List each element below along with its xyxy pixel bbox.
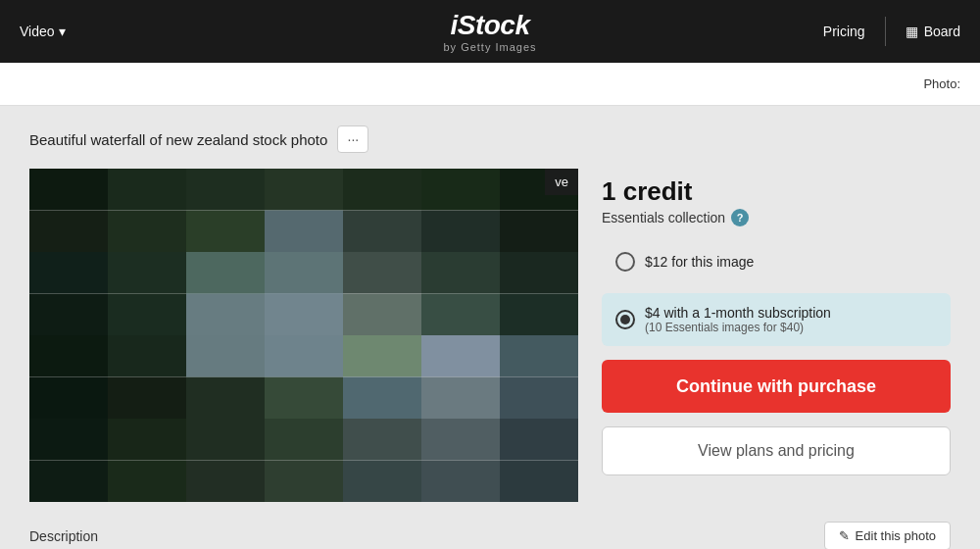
header-right: Pricing ▦ Board: [823, 17, 960, 46]
purchase-options: $12 for this image $4 with a 1-month sub…: [602, 240, 951, 346]
photo-canvas: [29, 169, 578, 502]
logo-istock[interactable]: iStock: [450, 10, 529, 40]
continue-purchase-button[interactable]: Continue with purchase: [602, 360, 951, 413]
option-single-image[interactable]: $12 for this image: [602, 240, 951, 283]
option-subscription[interactable]: $4 with a 1-month subscription (10 Essen…: [602, 293, 951, 346]
sub-header: Photo:: [0, 63, 980, 106]
logo-getty: by Getty Images: [443, 41, 536, 53]
collection-label: Essentials collection: [602, 210, 725, 225]
radio-inner: [620, 315, 630, 324]
header-left: Video ▾: [20, 24, 66, 39]
board-label: Board: [924, 24, 960, 39]
edit-photo-button[interactable]: ✎ Edit this photo: [824, 522, 951, 549]
right-panel: 1 credit Essentials collection ? $12 for…: [602, 169, 951, 502]
view-plans-button[interactable]: View plans and pricing: [602, 426, 951, 475]
option2-text-group: $4 with a 1-month subscription (10 Essen…: [645, 305, 831, 334]
credit-section: 1 credit Essentials collection ?: [602, 176, 951, 226]
credit-title: 1 credit: [602, 176, 951, 207]
save-overlay: ve: [545, 169, 578, 195]
description-label: Description: [29, 528, 98, 544]
radio-option1: [615, 252, 635, 272]
page-title: Beautiful waterfall of new zealand stock…: [29, 131, 327, 148]
chevron-down-icon: ▾: [59, 24, 66, 39]
board-icon: ▦: [906, 24, 918, 39]
ellipsis-icon: ···: [348, 131, 360, 147]
header-divider: [885, 17, 886, 46]
image-wrapper: ve: [29, 169, 578, 502]
bottom-bar: Description ✎ Edit this photo: [29, 518, 951, 549]
more-options-button[interactable]: ···: [337, 125, 368, 153]
option1-label: $12 for this image: [645, 254, 754, 270]
radio-option2: [615, 310, 635, 329]
photos-breadcrumb: Photo:: [923, 76, 960, 91]
info-icon[interactable]: ?: [731, 209, 749, 226]
logo-container: iStock by Getty Images: [443, 10, 536, 53]
edit-icon: ✎: [839, 528, 850, 543]
option2-label: $4 with a 1-month subscription: [645, 305, 831, 321]
main-header: Video ▾ iStock by Getty Images Pricing ▦…: [0, 0, 980, 63]
option2-sublabel: (10 Essentials images for $40): [645, 321, 831, 334]
pricing-link[interactable]: Pricing: [823, 24, 865, 39]
video-nav[interactable]: Video ▾: [20, 24, 66, 39]
title-bar: Beautiful waterfall of new zealand stock…: [29, 125, 951, 153]
main-content: Beautiful waterfall of new zealand stock…: [0, 106, 980, 549]
content-area: ve 1 credit Essentials collection ? $12 …: [29, 169, 951, 502]
edit-label: Edit this photo: [856, 528, 936, 543]
video-label: Video: [20, 24, 55, 39]
board-link[interactable]: ▦ Board: [906, 24, 960, 39]
collection-row: Essentials collection ?: [602, 209, 951, 226]
